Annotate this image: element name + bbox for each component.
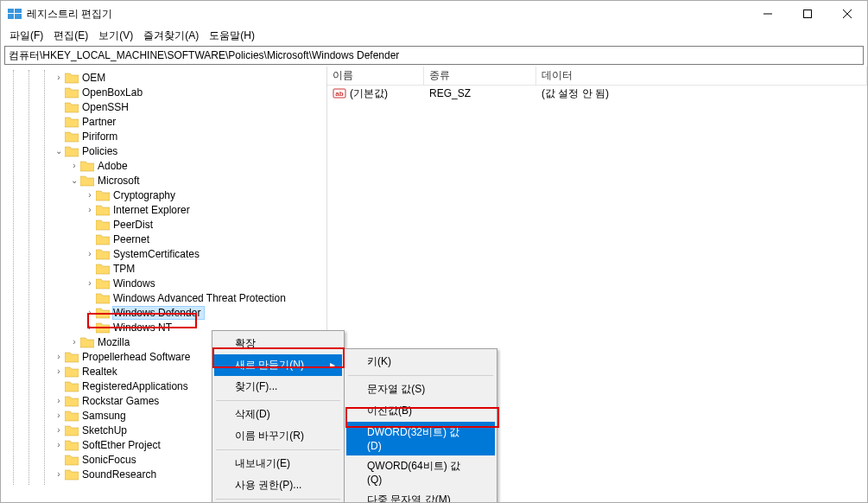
folder-icon: [96, 248, 110, 260]
tree-defender[interactable]: ›Windows Defender: [1, 305, 326, 320]
tree-openssh[interactable]: OpenSSH: [1, 99, 326, 114]
ctx-export[interactable]: 내보내기(E): [214, 453, 342, 474]
tree-partner[interactable]: Partner: [1, 114, 326, 129]
tree-guideline: [44, 70, 45, 485]
tree-label: SonicFocus: [82, 454, 140, 466]
tree-guideline: [13, 70, 14, 485]
chevron-right-icon[interactable]: ›: [53, 366, 65, 376]
tree-peerdist[interactable]: PeerDist: [1, 217, 326, 232]
chevron-down-icon[interactable]: ⌄: [53, 146, 65, 156]
tree-cryptography[interactable]: ›Cryptography: [1, 188, 326, 202]
ctx-delete[interactable]: 삭제(D): [214, 404, 342, 425]
menu-view[interactable]: 보기(V): [93, 27, 138, 45]
tree-label: Rockstar Games: [82, 395, 162, 407]
sub-key[interactable]: 키(K): [346, 351, 495, 372]
chevron-right-icon[interactable]: ›: [84, 322, 96, 332]
sub-mstring[interactable]: 다중 문자열 값(M): [346, 489, 495, 503]
list-row[interactable]: ab (기본값) REG_SZ (값 설정 안 됨): [327, 86, 867, 101]
folder-icon: [65, 468, 79, 481]
maximize-button[interactable]: [788, 1, 827, 27]
chevron-right-icon[interactable]: ›: [68, 337, 80, 347]
minimize-button[interactable]: [748, 1, 788, 27]
col-data[interactable]: 데이터: [536, 67, 867, 85]
tree-label: Samsung: [82, 410, 130, 422]
svg-text:ab: ab: [335, 90, 343, 98]
ctx-rename[interactable]: 이름 바꾸기(R): [214, 425, 342, 447]
folder-icon: [65, 366, 79, 378]
close-button[interactable]: [827, 1, 867, 27]
sub-dword[interactable]: DWORD(32비트) 값(D): [346, 422, 495, 455]
address-bar[interactable]: 컴퓨터\HKEY_LOCAL_MACHINE\SOFTWARE\Policies…: [4, 46, 864, 65]
tree-openboxlab[interactable]: OpenBoxLab: [1, 85, 326, 99]
tree-ie[interactable]: ›Internet Explorer: [1, 202, 326, 217]
tree-policies[interactable]: ⌄Policies: [1, 143, 326, 158]
menu-file[interactable]: 파일(F): [4, 27, 48, 45]
folder-icon: [96, 263, 110, 275]
svg-rect-3: [15, 14, 22, 19]
tree-oem[interactable]: ›OEM: [1, 70, 326, 85]
ctx-sep: [348, 375, 493, 376]
sub-string[interactable]: 문자열 값(S): [346, 379, 495, 400]
tree-windows[interactable]: ›Windows: [1, 276, 326, 290]
folder-icon: [65, 145, 79, 157]
folder-icon: [65, 131, 79, 143]
sub-binary[interactable]: 이진값(B): [346, 400, 495, 422]
svg-rect-1: [15, 9, 22, 13]
chevron-down-icon[interactable]: ⌄: [68, 175, 80, 185]
tree-label: Partner: [82, 116, 119, 128]
menu-help[interactable]: 도움말(H): [204, 27, 260, 45]
chevron-right-icon[interactable]: ›: [84, 278, 96, 288]
folder-icon: [96, 189, 110, 201]
tree-peernet[interactable]: Peernet: [1, 232, 326, 246]
ctx-sep: [216, 449, 340, 450]
chevron-right-icon[interactable]: ›: [84, 190, 96, 200]
tree-systemcerts[interactable]: ›SystemCertificates: [1, 246, 326, 261]
tree-label: Cryptography: [113, 189, 179, 201]
folder-icon: [65, 72, 79, 84]
menu-favorites[interactable]: 즐겨찾기(A): [138, 27, 204, 45]
chevron-right-icon[interactable]: ›: [84, 249, 96, 258]
folder-icon: [96, 233, 110, 245]
list-header: 이름 종류 데이터: [327, 67, 867, 86]
col-name[interactable]: 이름: [327, 67, 424, 85]
folder-icon: [65, 351, 79, 363]
submenu-arrow-icon: ▸: [330, 359, 335, 371]
chevron-right-icon[interactable]: ›: [53, 73, 65, 82]
svg-rect-0: [8, 9, 14, 13]
chevron-right-icon[interactable]: ›: [53, 352, 65, 361]
ctx-new[interactable]: 새로 만들기(N) ▸: [214, 354, 342, 376]
folder-icon: [65, 424, 79, 436]
chevron-right-icon[interactable]: ›: [53, 425, 65, 435]
ctx-permissions[interactable]: 사용 권한(P)...: [214, 474, 342, 496]
tree-tpm[interactable]: TPM: [1, 261, 326, 276]
folder-icon: [96, 204, 110, 216]
tree-microsoft[interactable]: ⌄Microsoft: [1, 173, 326, 188]
ctx-expand[interactable]: 확장: [214, 333, 342, 354]
folder-icon: [65, 116, 79, 128]
chevron-right-icon[interactable]: ›: [53, 411, 65, 420]
ctx-find[interactable]: 찾기(F)...: [214, 376, 342, 398]
chevron-right-icon[interactable]: ›: [53, 396, 65, 405]
tree-adobe[interactable]: ›Adobe: [1, 158, 326, 173]
tree-label: Windows Advanced Threat Protection: [113, 292, 289, 304]
chevron-right-icon[interactable]: ›: [84, 205, 96, 214]
window-controls: [748, 1, 867, 27]
folder-icon: [96, 307, 110, 319]
tree-guideline: [29, 70, 29, 485]
sub-qword[interactable]: QWORD(64비트) 값(Q): [346, 455, 495, 489]
tree-label: Windows NT: [113, 322, 175, 334]
col-type[interactable]: 종류: [424, 67, 536, 85]
value-type: REG_SZ: [424, 87, 536, 99]
folder-icon: [80, 160, 94, 172]
tree-label: SoftEther Project: [82, 439, 164, 451]
chevron-right-icon[interactable]: ›: [53, 469, 65, 479]
chevron-right-icon[interactable]: ›: [53, 440, 65, 449]
chevron-right-icon[interactable]: ›: [84, 308, 96, 317]
tree-piriform[interactable]: Piriform: [1, 129, 326, 143]
menu-bar: 파일(F) 편집(E) 보기(V) 즐겨찾기(A) 도움말(H): [1, 27, 867, 44]
menu-edit[interactable]: 편집(E): [48, 27, 93, 45]
submenu-new: 키(K) 문자열 값(S) 이진값(B) DWORD(32비트) 값(D) QW…: [344, 348, 497, 503]
chevron-right-icon[interactable]: ›: [68, 161, 80, 170]
folder-icon: [65, 395, 79, 407]
tree-watp[interactable]: Windows Advanced Threat Protection: [1, 290, 326, 305]
